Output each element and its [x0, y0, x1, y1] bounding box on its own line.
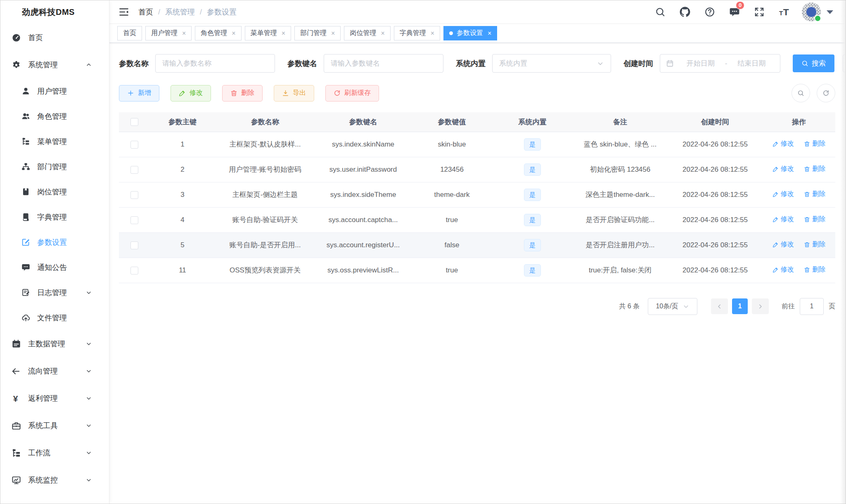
param-name-input[interactable] [155, 54, 275, 73]
row-checkbox[interactable] [130, 191, 138, 199]
date-range-picker[interactable]: 开始日期 - 结束日期 [660, 54, 780, 73]
reset-button[interactable]: 重置 [843, 54, 846, 72]
table-row: 3主框架页-侧边栏主题sys.index.sideThemetheme-dark… [119, 182, 835, 207]
sidebar-item-org-tree[interactable]: 部门管理 [0, 154, 109, 179]
row-edit-link[interactable]: 修改 [773, 140, 794, 148]
search-icon[interactable] [655, 7, 666, 17]
master-data-icon [12, 339, 21, 349]
sidebar-item-post-badge[interactable]: 岗位管理 [0, 179, 109, 204]
column-header: 系统内置 [492, 112, 573, 132]
tab-item[interactable]: 部门管理× [294, 26, 341, 40]
row-delete-link[interactable]: 删除 [804, 140, 825, 148]
refresh-table-button[interactable] [817, 84, 835, 102]
row-delete-link[interactable]: 删除 [804, 165, 825, 173]
refresh-icon [334, 90, 341, 97]
row-delete-link[interactable]: 删除 [804, 240, 825, 249]
chevron-down-icon [85, 422, 92, 429]
row-delete-link[interactable]: 删除 [804, 265, 825, 274]
column-header: 参数键值 [412, 112, 492, 132]
close-icon[interactable]: × [331, 30, 335, 37]
sidebar-item-announcement[interactable]: 通知公告 [0, 255, 109, 280]
user-menu[interactable] [802, 2, 833, 21]
prev-page-button[interactable] [711, 298, 728, 314]
table-row: 2用户管理-账号初始密码sys.user.initPassword123456是… [119, 157, 835, 182]
sidebar-item-gear[interactable]: 系统管理 [0, 51, 109, 78]
close-icon[interactable]: × [488, 30, 491, 37]
current-page-button[interactable]: 1 [732, 298, 748, 314]
row-edit-link[interactable]: 修改 [773, 265, 794, 274]
trash-icon [804, 241, 810, 248]
row-checkbox[interactable] [130, 166, 138, 174]
page-size-select[interactable]: 10条/页 [648, 298, 697, 315]
sidebar-item-yen[interactable]: ¥返利管理 [0, 385, 109, 412]
sidebar-item-monitor[interactable]: 系统监控 [0, 466, 109, 494]
sidebar-item-toolbox[interactable]: 系统工具 [0, 412, 109, 439]
message-icon[interactable]: 0 [729, 7, 740, 17]
row-edit-link[interactable]: 修改 [773, 215, 794, 224]
caret-down-icon [827, 10, 833, 14]
avatar[interactable] [802, 2, 821, 21]
goto-page-input[interactable] [800, 298, 824, 315]
row-edit-link[interactable]: 修改 [773, 240, 794, 249]
tab-item[interactable]: 字典管理× [394, 26, 440, 40]
sidebar-item-dashboard[interactable]: 首页 [0, 24, 109, 51]
row-checkbox[interactable] [130, 241, 138, 249]
sidebar-item-label: 参数设置 [37, 237, 67, 247]
toggle-search-button[interactable] [791, 84, 810, 102]
close-icon[interactable]: × [431, 30, 434, 37]
close-icon[interactable]: × [232, 30, 235, 37]
tab-label: 字典管理 [400, 29, 426, 38]
select-all-checkbox[interactable] [130, 118, 138, 126]
sidebar-item-users[interactable]: 角色管理 [0, 104, 109, 129]
cell-remark: 深色主题theme-dark... [573, 182, 668, 207]
sidebar-item-flow-arrow[interactable]: 流向管理 [0, 357, 109, 385]
sidebar-item-label: 主数据管理 [28, 339, 65, 349]
param-key-input[interactable] [324, 54, 443, 73]
tab-item[interactable]: 用户管理× [145, 26, 192, 40]
sidebar-toggle-icon[interactable] [118, 7, 129, 17]
delete-button[interactable]: 删除 [222, 85, 263, 102]
tab-home[interactable]: 首页 [117, 26, 142, 40]
sidebar-item-log[interactable]: 日志管理 [0, 280, 109, 305]
close-icon[interactable]: × [282, 30, 285, 37]
row-delete-link[interactable]: 删除 [804, 190, 825, 199]
tab-item[interactable]: 参数设置× [443, 26, 497, 40]
next-page-button[interactable] [752, 298, 769, 314]
close-icon[interactable]: × [182, 30, 186, 37]
builtin-label: 系统内置 [456, 59, 486, 69]
add-button[interactable]: 新增 [119, 85, 159, 102]
help-icon[interactable] [704, 7, 715, 17]
sidebar-item-user[interactable]: 用户管理 [0, 78, 109, 104]
sidebar-item-dictionary[interactable]: 字典管理 [0, 204, 109, 230]
row-delete-link[interactable]: 删除 [804, 215, 825, 224]
sidebar-item-label: 返利管理 [28, 393, 58, 403]
sidebar-item-label: 角色管理 [37, 111, 67, 121]
sidebar-item-edit-square[interactable]: 参数设置 [0, 230, 109, 255]
top-navbar: 首页/系统管理/参数设置 0TT [109, 0, 846, 24]
breadcrumb-item[interactable]: 首页 [138, 7, 153, 17]
close-icon[interactable]: × [381, 30, 384, 37]
tab-item[interactable]: 菜单管理× [245, 26, 291, 40]
edit-button[interactable]: 修改 [171, 85, 211, 102]
font-size-icon[interactable]: TT [779, 7, 789, 17]
sidebar-item-menu-tree[interactable]: 菜单管理 [0, 129, 109, 154]
app-logo: 劲虎科技DMS [0, 0, 109, 24]
tab-item[interactable]: 角色管理× [195, 26, 241, 40]
chevron-left-icon [716, 303, 723, 310]
row-checkbox[interactable] [130, 216, 138, 224]
row-checkbox[interactable] [130, 141, 138, 149]
export-button[interactable]: 导出 [274, 85, 314, 102]
github-icon[interactable] [680, 7, 690, 17]
sidebar-item-master-data[interactable]: 主数据管理 [0, 330, 109, 357]
search-button[interactable]: 搜索 [793, 54, 834, 72]
row-edit-link[interactable]: 修改 [773, 165, 794, 173]
builtin-select[interactable]: 系统内置 [492, 54, 611, 73]
row-edit-link[interactable]: 修改 [773, 190, 794, 199]
sidebar-item-workflow[interactable]: 工作流 [0, 439, 109, 466]
refresh-cache-button[interactable]: 刷新缓存 [325, 85, 379, 102]
sidebar-item-cloud-upload[interactable]: 文件管理 [0, 305, 109, 330]
row-checkbox[interactable] [130, 267, 138, 274]
fullscreen-icon[interactable] [754, 7, 765, 17]
tab-item[interactable]: 岗位管理× [344, 26, 390, 40]
trash-icon [804, 141, 810, 147]
